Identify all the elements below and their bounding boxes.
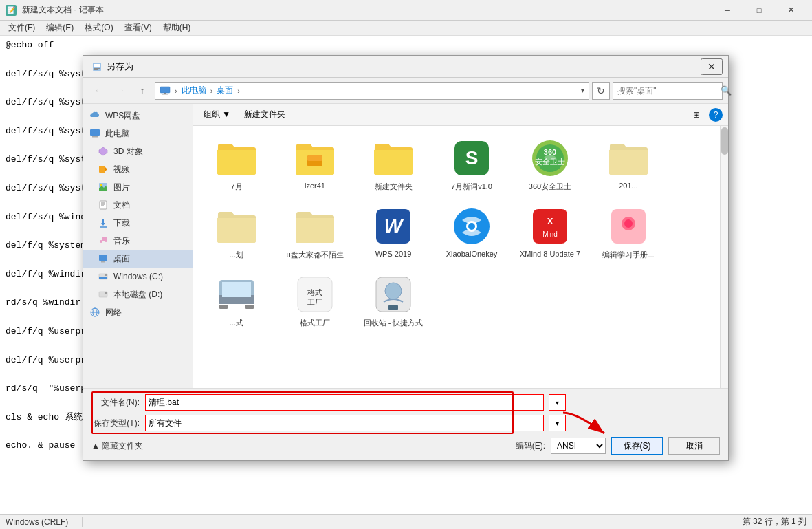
- files-area[interactable]: 7月 izer41: [193, 126, 728, 388]
- organize-button[interactable]: 组织 ▼: [199, 107, 235, 122]
- back-icon: ←: [94, 85, 103, 96]
- list-item[interactable]: S 7月新词v1.0: [434, 131, 509, 197]
- maximize-button[interactable]: □: [743, 0, 775, 21]
- list-item[interactable]: 新建文件夹: [355, 131, 431, 197]
- desktop-icon: [97, 252, 109, 265]
- filetype-input[interactable]: [145, 415, 544, 431]
- list-item[interactable]: 201...: [591, 131, 666, 197]
- hide-folder-toggle[interactable]: ▲ 隐藏文件夹: [91, 440, 143, 452]
- address-this-pc[interactable]: 此电脑: [182, 85, 206, 96]
- 3d-icon: [97, 145, 109, 158]
- sidebar-item-video[interactable]: 视频: [83, 160, 193, 178]
- dialog-bottom: 文件名(N): ▾ 保存类型(T): ▾ ▲ 隐藏文件夹 编码(E): ANSI…: [83, 388, 728, 460]
- save-button[interactable]: 保存(S): [611, 437, 663, 455]
- search-input[interactable]: [617, 86, 721, 96]
- forward-button[interactable]: →: [111, 82, 130, 100]
- list-item[interactable]: 格式 工厂 格式工厂: [277, 268, 353, 333]
- file-label: 编辑学习手册...: [602, 250, 654, 260]
- new-folder-label: 新建文件夹: [244, 109, 285, 120]
- documents-icon: [97, 199, 109, 211]
- sidebar-item-3d[interactable]: 3D 对象: [83, 142, 193, 160]
- help-button[interactable]: ?: [709, 108, 723, 122]
- address-separator3: ›: [237, 87, 240, 95]
- list-item[interactable]: XiaobaiOnekey: [434, 199, 509, 265]
- file-label: 360安全卫士: [529, 182, 571, 192]
- address-separator2: ›: [210, 87, 213, 95]
- list-item[interactable]: u盘大家都不陌生: [277, 199, 353, 265]
- folder-icon: [371, 136, 415, 180]
- sidebar-item-windows-c[interactable]: Windows (C:): [83, 268, 193, 285]
- sidebar-item-desktop[interactable]: 桌面: [83, 250, 193, 268]
- video-icon: [97, 163, 109, 175]
- svg-rect-1: [94, 64, 100, 67]
- list-item[interactable]: X Mind XMind 8 Update 7: [512, 199, 588, 265]
- list-item[interactable]: ...式: [199, 268, 274, 333]
- encoding-select[interactable]: ANSI UTF-8 Unicode: [551, 438, 606, 454]
- up-button[interactable]: ↑: [133, 82, 152, 100]
- sidebar-item-downloads[interactable]: 下载: [83, 214, 193, 232]
- sidebar-label-wps-cloud: WPS网盘: [105, 110, 140, 122]
- close-button[interactable]: ✕: [775, 0, 806, 21]
- search-box: 🔍: [613, 82, 723, 100]
- scrollbar[interactable]: [720, 126, 728, 388]
- sidebar-item-music[interactable]: 音乐: [83, 232, 193, 250]
- svg-text:格式: 格式: [307, 288, 322, 296]
- list-item[interactable]: 回收站 - 快捷方式: [355, 268, 431, 333]
- dialog-main: 组织 ▼ 新建文件夹 ⊞ ?: [193, 104, 728, 388]
- svg-point-64: [385, 283, 402, 299]
- sidebar-item-wps-cloud[interactable]: WPS网盘: [83, 107, 193, 125]
- svg-marker-10: [99, 147, 107, 155]
- sidebar-label-video: 视频: [113, 164, 130, 175]
- list-item[interactable]: 编辑学习手册...: [591, 199, 666, 265]
- hide-folder-label: ▲ 隐藏文件夹: [91, 440, 143, 452]
- sidebar-item-network[interactable]: 网络: [83, 303, 193, 321]
- address-dropdown-icon[interactable]: ▾: [581, 87, 584, 94]
- cancel-button[interactable]: 取消: [668, 437, 720, 455]
- filename-dropdown[interactable]: ▾: [549, 394, 566, 411]
- menu-file[interactable]: 文件(F): [3, 21, 41, 35]
- folder-icon: [215, 204, 259, 248]
- downloads-icon: [97, 217, 109, 229]
- address-desktop[interactable]: 桌面: [217, 85, 233, 96]
- sidebar-item-this-pc[interactable]: 此电脑: [83, 125, 193, 142]
- svg-marker-21: [101, 223, 105, 226]
- sidebar-item-local-d[interactable]: 本地磁盘 (D:): [83, 285, 193, 303]
- minimize-button[interactable]: ─: [712, 0, 743, 21]
- drive-c-icon: [97, 270, 109, 283]
- list-item[interactable]: izer41: [277, 131, 353, 197]
- list-item[interactable]: 7月: [199, 131, 274, 197]
- file-label: 7月: [230, 182, 242, 192]
- dialog-actions-row: ▲ 隐藏文件夹 编码(E): ANSI UTF-8 Unicode: [91, 437, 720, 455]
- svg-point-30: [105, 274, 107, 276]
- filename-label: 文件名(N):: [91, 397, 140, 409]
- notepad-title: 新建文本文档 - 记事本: [22, 4, 104, 16]
- file-label: 回收站 - 快捷方式: [364, 318, 424, 328]
- filetype-label: 保存类型(T):: [91, 418, 140, 429]
- new-folder-button[interactable]: 新建文件夹: [239, 107, 290, 122]
- svg-rect-2: [94, 68, 100, 69]
- drive-d-icon: [97, 288, 109, 301]
- dialog-close-button[interactable]: ✕: [701, 58, 723, 75]
- list-item[interactable]: 360 安全卫士 360安全卫士: [512, 131, 588, 197]
- list-item[interactable]: ...划: [199, 199, 274, 265]
- menu-view[interactable]: 查看(V): [119, 21, 157, 35]
- svg-rect-65: [388, 305, 398, 310]
- address-bar: › 此电脑 › 桌面 › ▾: [155, 82, 589, 100]
- sidebar-item-documents[interactable]: 文档: [83, 196, 193, 214]
- list-item[interactable]: W WPS 2019: [355, 199, 431, 265]
- menu-help[interactable]: 帮助(H): [157, 21, 197, 35]
- menu-edit[interactable]: 编辑(E): [41, 21, 79, 35]
- menu-format[interactable]: 格式(O): [79, 21, 118, 35]
- dialog-title-icon: [91, 61, 102, 72]
- view-options-button[interactable]: ⊞: [688, 108, 705, 122]
- sidebar-label-local-d: 本地磁盘 (D:): [113, 289, 162, 301]
- filename-input[interactable]: [145, 394, 544, 411]
- filetype-dropdown[interactable]: ▾: [549, 415, 566, 431]
- search-icon[interactable]: 🔍: [721, 85, 732, 96]
- back-button[interactable]: ←: [89, 82, 108, 100]
- sidebar-label-3d: 3D 对象: [113, 146, 143, 158]
- sidebar-item-images[interactable]: 图片: [83, 178, 193, 196]
- save-label: 保存(S): [624, 441, 651, 451]
- scrollbar-thumb[interactable]: [721, 127, 728, 155]
- refresh-button[interactable]: ↻: [592, 82, 610, 100]
